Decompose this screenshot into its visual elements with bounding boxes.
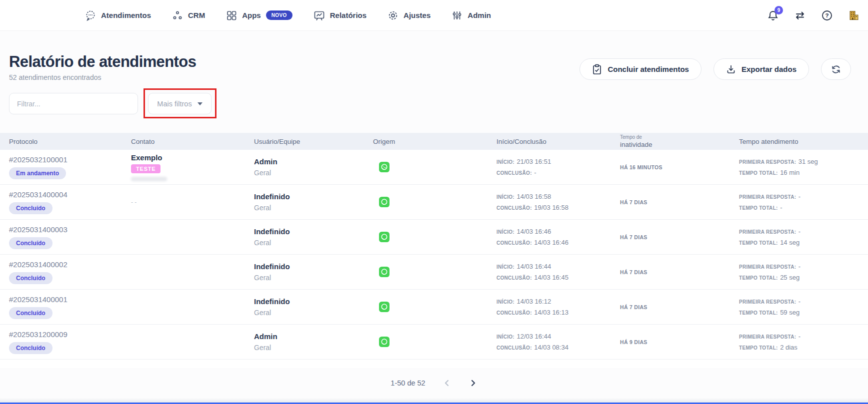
protocol: #2025031400002 <box>9 260 68 269</box>
status-badge: Em andamento <box>9 167 66 179</box>
nav-item-ajustes[interactable]: Ajustes <box>388 10 430 21</box>
team-name: Geral <box>254 169 271 177</box>
novo-badge: NOVO <box>266 10 292 20</box>
page-title: Relatório de atendimentos <box>9 53 196 71</box>
redacted-text <box>131 177 167 181</box>
chat-bubble-icon <box>85 10 96 21</box>
whatsapp-icon <box>379 232 390 242</box>
whatsapp-icon <box>379 197 390 207</box>
total-time-value: 16 min <box>780 169 800 176</box>
user-name: Admin <box>254 157 278 166</box>
bottom-band <box>0 398 868 403</box>
transfer-arrows-icon[interactable] <box>794 9 806 21</box>
search-input[interactable] <box>9 93 138 114</box>
gear-icon <box>388 10 398 21</box>
team-name: Geral <box>254 274 271 282</box>
team-name: Geral <box>254 239 271 247</box>
nav-item-relatorios[interactable]: Relatórios <box>314 10 366 21</box>
top-nav: Atendimentos CRM Apps <box>0 0 868 31</box>
status-badge: Concluído <box>9 307 52 319</box>
nav-item-crm[interactable]: CRM <box>172 10 205 21</box>
nav-label: Admin <box>468 11 491 19</box>
whatsapp-icon <box>379 267 390 277</box>
whatsapp-icon <box>379 337 390 347</box>
nav-label: Atendimentos <box>101 11 151 19</box>
svg-text:?: ? <box>825 12 828 18</box>
company-building-icon[interactable] <box>848 9 860 21</box>
nodes-icon <box>172 10 183 21</box>
conclude-button-label: Concluir atendimentos <box>608 65 689 73</box>
protocol: #2025031400001 <box>9 295 68 304</box>
refresh-button[interactable] <box>821 58 851 80</box>
first-response-label: PRIMEIRA RESPOSTA: <box>739 159 796 165</box>
user-name: Indefinido <box>254 192 290 201</box>
contact-tag-badge: TESTE <box>131 164 160 173</box>
nav-label: Apps <box>242 11 261 19</box>
col-origem: Origem <box>373 138 496 145</box>
status-badge: Concluído <box>9 202 52 214</box>
contact-name: Exemplo <box>131 153 162 162</box>
refresh-icon <box>830 64 842 75</box>
user-name: Indefinido <box>254 227 290 236</box>
help-icon[interactable]: ? <box>821 9 833 21</box>
team-name: Geral <box>254 204 271 212</box>
nav-item-admin[interactable]: Admin <box>452 10 491 21</box>
inactivity-value: HÁ 16 MINUTOS <box>620 164 662 170</box>
team-name: Geral <box>254 344 271 352</box>
table-row[interactable]: #2025031400001 Concluído Indefinido Gera… <box>0 290 868 325</box>
end-label: CONCLUSÃO: <box>496 170 532 176</box>
table-row[interactable]: #2025031400003 Concluído Indefinido Gera… <box>0 220 868 255</box>
protocol: #2025031200009 <box>9 330 68 339</box>
user-name: Indefinido <box>254 262 290 271</box>
nav-item-apps[interactable]: Apps NOVO <box>226 10 292 21</box>
contact-name: - - <box>131 199 136 206</box>
table-row[interactable]: #2025031200009 Concluído Admin Geral INÍ… <box>0 325 868 360</box>
sliders-icon <box>452 10 462 21</box>
more-filters-label: Mais filtros <box>157 100 192 108</box>
team-name: Geral <box>254 309 271 317</box>
col-tempo-atendimento: Tempo atendimento <box>739 138 868 145</box>
col-tempo-inatividade: Tempo de inatividade <box>620 135 739 148</box>
start-value: 21/03 16:51 <box>516 158 551 165</box>
nav-label: Relatórios <box>330 11 366 19</box>
status-badge: Concluído <box>9 237 52 249</box>
chevron-down-icon <box>198 102 202 105</box>
table-row[interactable]: #2025031400004 Concluído - - Indefinido … <box>0 185 868 220</box>
report-table: Protocolo Contato Usuário/Equipe Origem … <box>0 133 868 368</box>
col-inicio-conclusao: Início/Conclusão <box>496 138 620 145</box>
conclude-button[interactable]: Concluir atendimentos <box>580 58 702 80</box>
protocol: #2025031400003 <box>9 225 68 234</box>
nav-item-atendimentos[interactable]: Atendimentos <box>85 10 151 21</box>
pagination: 1-50 de 52 <box>0 368 868 398</box>
more-filters-dropdown[interactable]: Mais filtros <box>148 93 212 114</box>
table-header: Protocolo Contato Usuário/Equipe Origem … <box>0 133 868 150</box>
download-icon <box>726 64 736 74</box>
start-label: INÍCIO: <box>496 159 514 165</box>
clipboard-check-icon <box>592 64 602 75</box>
results-count: 52 atendimentos encontrados <box>9 73 101 81</box>
export-button[interactable]: Exportar dados <box>714 58 809 80</box>
whatsapp-icon <box>379 162 390 172</box>
col-usuario-equipe: Usuário/Equipe <box>254 138 373 145</box>
nav-label: CRM <box>188 11 205 19</box>
end-value: - <box>534 169 536 176</box>
status-badge: Concluído <box>9 342 52 354</box>
page-range: 1-50 de 52 <box>390 379 425 387</box>
protocol: #2025032100001 <box>9 155 68 164</box>
notification-count-badge: 9 <box>774 6 783 14</box>
total-time-label: TEMPO TOTAL: <box>739 170 778 176</box>
notifications-button[interactable]: 9 <box>767 9 779 21</box>
table-row[interactable]: #2025032100001 Em andamento Exemplo TEST… <box>0 150 868 185</box>
status-badge: Concluído <box>9 272 52 284</box>
user-name: Admin <box>254 332 278 341</box>
user-name: Indefinido <box>254 297 290 306</box>
chart-board-icon <box>314 10 325 21</box>
first-response-value: 31 seg <box>798 158 818 165</box>
table-row[interactable]: #2025031400002 Concluído Indefinido Gera… <box>0 255 868 290</box>
protocol: #2025031400004 <box>9 190 68 199</box>
prev-page-button[interactable] <box>442 379 452 388</box>
next-page-button[interactable] <box>468 379 478 388</box>
nav-label: Ajustes <box>404 11 430 19</box>
table-row[interactable]: #2025031200008 Admin INÍCIO: 12/03 16:33… <box>0 360 868 368</box>
grid-icon <box>226 10 237 21</box>
